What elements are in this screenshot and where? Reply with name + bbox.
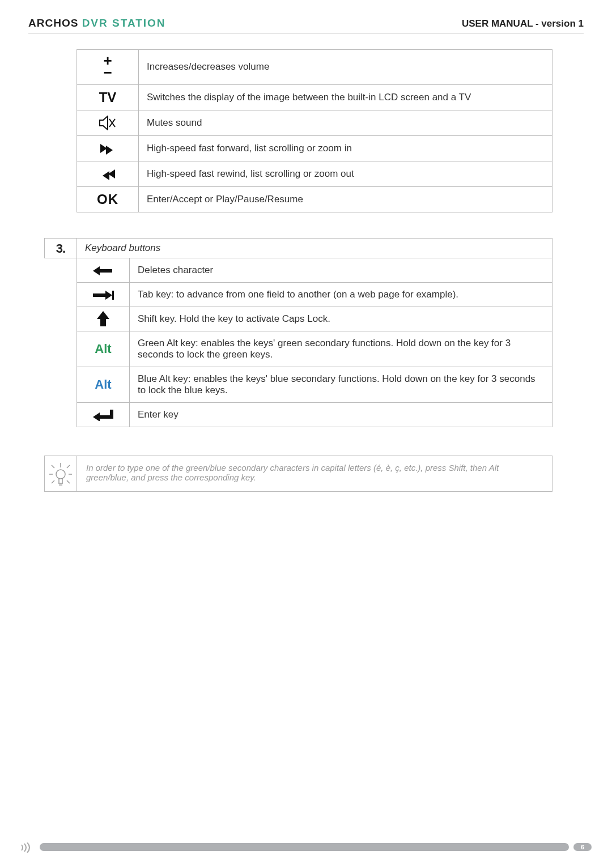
section-header: 3. Keyboard buttons [44,238,584,258]
lightbulb-icon [44,456,76,492]
brand-archos: ARCHOS [28,17,78,29]
kb-desc: Enter key [130,402,552,427]
brand-title: ARCHOS DVR STATION [28,17,166,29]
kb-desc: Green Alt key: enables the keys' green s… [130,331,552,367]
brand-dvr: DVR STATION [82,17,166,29]
section-number: 3. [44,238,76,258]
table-row: OK Enter/Accept or Play/Pause/Resume [77,186,552,212]
func-desc: Mutes sound [139,110,552,135]
table-row: Deletes character [77,258,552,282]
svg-rect-9 [112,291,114,300]
tab-icon [77,282,130,307]
table-row: Alt Green Alt key: enables the keys' gre… [77,331,552,367]
tip-box: In order to type one of the green/blue s… [44,456,584,492]
kb-desc: Blue Alt key: enables the keys' blue sec… [130,367,552,402]
svg-marker-7 [93,266,112,275]
footer-bar [40,843,569,851]
table-row: Mutes sound [77,110,552,135]
keyboard-table: Deletes character Tab key: to advance fr… [76,258,552,427]
sound-waves-icon [20,841,35,854]
functions-table: +− Increases/decreases volume TV Switche… [76,49,552,212]
manual-version: USER MANUAL - version 1 [462,18,584,29]
svg-point-12 [56,470,65,479]
svg-marker-11 [93,410,113,421]
table-row: +− Increases/decreases volume [77,50,552,85]
svg-marker-0 [100,116,108,130]
kb-desc: Deletes character [130,258,552,282]
table-row: Alt Blue Alt key: enables the keys' blue… [77,367,552,402]
svg-marker-6 [103,171,109,180]
tip-text: In order to type one of the green/blue s… [76,456,552,492]
alt-green-icon: Alt [77,331,130,367]
table-row: Tab key: to advance from one field to an… [77,282,552,307]
svg-line-19 [67,480,70,483]
kb-desc: Tab key: to advance from one field to an… [130,282,552,307]
func-desc: High-speed fast rewind, list scrolling o… [139,161,552,186]
section-title: Keyboard buttons [76,238,552,258]
table-row: High-speed fast rewind, list scrolling o… [77,161,552,186]
backspace-icon [77,258,130,282]
func-desc: Enter/Accept or Play/Pause/Resume [139,186,552,212]
table-row: Enter key [77,402,552,427]
svg-line-17 [67,465,70,468]
kb-desc: Shift key. Hold the key to activate Caps… [130,307,552,331]
fast-rewind-icon [77,161,139,186]
table-row: Shift key. Hold the key to activate Caps… [77,307,552,331]
svg-marker-8 [93,291,112,300]
page-footer: 6 [20,842,592,852]
tv-icon: TV [77,84,139,110]
ok-icon: OK [77,186,139,212]
enter-icon [77,402,130,427]
mute-icon [77,110,139,135]
alt-blue-icon: Alt [77,367,130,402]
table-row: High-speed fast forward, list scrolling … [77,135,552,161]
svg-line-16 [52,465,54,468]
svg-marker-10 [97,311,109,326]
shift-icon [77,307,130,331]
svg-marker-4 [106,146,113,155]
page-header: ARCHOS DVR STATION USER MANUAL - version… [28,17,584,33]
fast-forward-icon [77,135,139,161]
func-desc: Switches the display of the image betwee… [139,84,552,110]
func-desc: Increases/decreases volume [139,50,552,85]
func-desc: High-speed fast forward, list scrolling … [139,135,552,161]
svg-line-18 [52,480,54,483]
page-number: 6 [573,843,592,851]
table-row: TV Switches the display of the image bet… [77,84,552,110]
plus-minus-icon: +− [77,50,139,85]
